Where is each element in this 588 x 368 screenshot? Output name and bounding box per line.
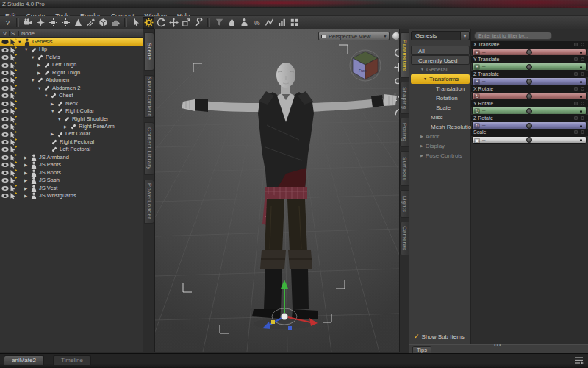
scene-node-hip[interactable]: ▼Hip [0,46,143,53]
drawstyle-sphere-icon[interactable] [392,32,399,40]
param-nav-display[interactable]: ▶Display [411,141,470,151]
spotlight-icon[interactable] [72,17,84,29]
surface-hand-icon[interactable] [110,17,121,29]
param-options-icon[interactable] [581,102,584,105]
tab-shaping[interactable]: Shaping [400,82,409,114]
expand-arrow-icon[interactable]: ▼ [51,107,54,115]
visibility-eye-icon[interactable] [1,130,9,138]
selectable-pointer-icon[interactable] [10,161,17,169]
param-options-icon[interactable] [581,87,584,91]
visibility-eye-icon[interactable] [1,61,9,68]
param-nav-rotation[interactable]: Rotation [411,93,470,103]
expand-arrow-icon[interactable]: ▶ [420,153,423,158]
viewport-canvas[interactable]: Front [155,29,399,352]
orbit-rotate-icon[interactable] [393,47,399,58]
tab-powerloader[interactable]: PowerLoader [144,180,154,224]
selectable-pointer-icon[interactable] [10,77,17,84]
memorize-pose-icon[interactable] [288,17,300,29]
expand-arrow-icon[interactable]: ▶ [24,177,27,184]
param-nav-actor[interactable]: ▶Actor [411,132,470,141]
scene-node-left-thigh[interactable]: ▶Left Thigh [0,61,143,68]
expand-arrow-icon[interactable]: ▼ [423,77,427,81]
dock-pane-icon[interactable] [574,356,584,364]
visibility-eye-icon[interactable] [1,69,9,77]
visibility-eye-icon[interactable] [1,77,9,84]
surface-selection-tool-icon[interactable] [226,17,237,29]
tab-smart-content[interactable]: Smart Content [144,75,154,118]
param-nav-scale[interactable]: Scale [411,103,470,113]
visibility-eye-icon[interactable] [1,123,9,130]
visibility-eye-icon[interactable] [1,154,9,161]
tab-surfaces[interactable]: Surfaces [400,151,409,186]
param-nav-transforms[interactable]: ▼Transforms [411,74,470,84]
active-pose-tool-icon[interactable] [143,17,154,29]
param-flag-icon[interactable] [574,57,578,61]
slider-knob[interactable] [526,49,532,55]
scene-node-js-boots[interactable]: ▶JS Boots [0,169,143,177]
param-nav-pose-controls[interactable]: ▶Pose Controls [411,151,470,160]
tab-animate2[interactable]: aniMate2 [4,355,44,365]
selectable-pointer-icon[interactable] [10,130,17,138]
visibility-eye-icon[interactable] [1,107,9,115]
viewport[interactable]: Front Perspective View ▼ [155,29,399,352]
visibility-eye-icon[interactable] [1,92,9,99]
show-sub-items-checkbox[interactable]: ✓Show Sub Items [414,333,465,340]
slider-y-rotate[interactable]: ↻– [472,107,587,115]
param-flag-icon[interactable] [574,43,578,46]
nudge-minus-button[interactable]: – [482,121,485,128]
expand-arrow-icon[interactable]: ▼ [37,85,41,92]
powerpose-tool-icon[interactable]: % [251,17,262,29]
filter-tool-icon[interactable] [213,17,225,29]
visibility-eye-icon[interactable] [1,138,9,146]
expand-arrow-icon[interactable]: ▼ [44,92,48,99]
visibility-eye-icon[interactable] [1,38,9,46]
help-icon[interactable]: ? [1,17,13,29]
scene-node-js-armband[interactable]: ▶JS Armband [0,154,143,161]
visibility-eye-icon[interactable] [1,192,9,199]
scene-node-pelvis[interactable]: ▼Pelvis [0,54,143,61]
slider-knob[interactable] [526,137,532,143]
expand-arrow-icon[interactable]: ▶ [24,192,27,199]
param-nav-translation[interactable]: Translation [411,84,470,93]
nudge-minus-button[interactable]: – [482,92,485,99]
scene-node-js-vest[interactable]: ▶JS Vest [0,185,143,192]
slider-z-rotate[interactable]: ↻– [472,121,587,130]
visibility-eye-icon[interactable] [1,116,9,123]
selectable-pointer-icon[interactable] [10,38,17,46]
visibility-eye-icon[interactable] [1,185,9,192]
nudge-minus-button[interactable]: – [482,107,485,113]
nudge-minus-button[interactable]: – [482,136,485,143]
point-light-icon[interactable] [47,17,59,29]
smoothing-brush-icon[interactable] [85,17,96,29]
slider-scale[interactable]: ▣– [472,136,587,144]
expand-arrow-icon[interactable]: ▶ [51,100,54,107]
scene-node-js-pants[interactable]: ▶JS Pants [0,161,143,169]
view-selector-dropdown[interactable]: Perspective View ▼ [318,32,390,40]
figure-setup-icon[interactable] [238,17,250,29]
visibility-eye-icon[interactable] [1,161,9,169]
node-selection-tool-icon[interactable] [130,17,142,29]
tab-timeline[interactable]: Timeline [53,355,91,365]
selectable-pointer-icon[interactable] [10,154,17,161]
dform-tool-icon[interactable] [263,17,275,29]
param-options-icon[interactable] [581,116,584,120]
selectable-pointer-icon[interactable] [10,107,17,115]
expand-arrow-icon[interactable]: ▶ [24,185,27,192]
joint-editor-tool-icon[interactable] [193,17,204,29]
expand-arrow-icon[interactable]: ▶ [37,61,40,68]
rotate-tool-icon[interactable] [155,17,167,29]
param-options-icon[interactable] [581,57,584,61]
param-options-icon[interactable] [581,72,584,76]
reset-view-icon[interactable] [393,106,399,117]
view-cube-face-label[interactable]: Front [359,68,368,73]
linear-point-light-icon[interactable] [60,17,71,29]
param-nav-all[interactable]: All [411,46,470,55]
selectable-pointer-icon[interactable] [10,123,17,130]
slider-knob[interactable] [526,79,532,85]
slider-knob[interactable] [526,123,532,129]
nudge-minus-button[interactable]: – [482,63,485,69]
selectable-pointer-icon[interactable] [10,185,17,192]
distant-light-icon[interactable] [35,17,46,29]
frame-icon[interactable] [393,91,399,102]
nudge-minus-button[interactable]: – [482,77,485,84]
